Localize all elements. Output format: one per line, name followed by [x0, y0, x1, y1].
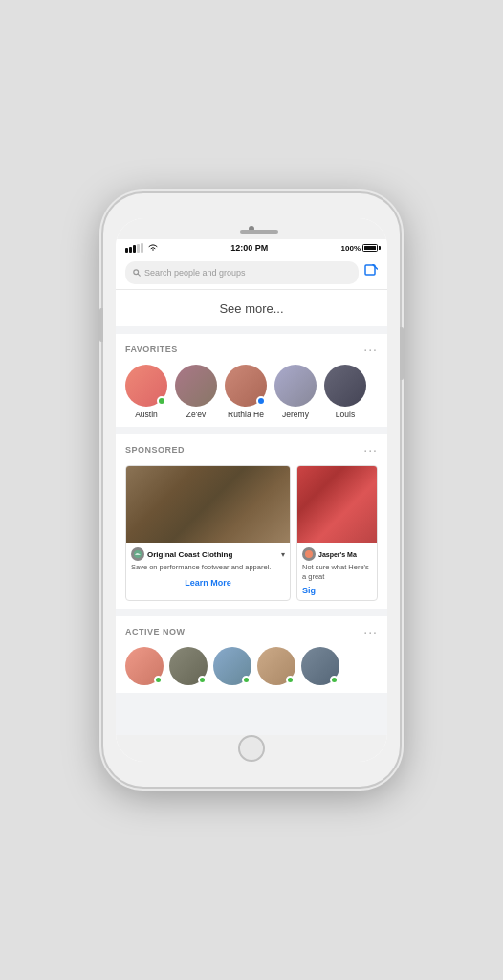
ad-brand-row: Original Coast Clothing ▾ — [131, 547, 285, 561]
contact-name: Ruthia He — [228, 410, 264, 419]
search-bar[interactable]: Search people and groups — [125, 261, 359, 284]
speaker — [240, 230, 278, 234]
phone-screen: 12:00 PM 100% Search people and groups — [116, 218, 387, 762]
contact-name: Austin — [135, 410, 158, 419]
list-item[interactable]: Jeremy — [274, 365, 317, 419]
active-user[interactable] — [257, 647, 295, 685]
ad-description: Save on performance footwear and apparel… — [131, 563, 285, 572]
food-image — [297, 466, 377, 543]
sponsored-section: SPONSORED ··· — [116, 434, 387, 609]
list-item[interactable]: Ze'ev — [175, 365, 217, 419]
ad-brand-row-2: Jasper's Ma — [302, 547, 372, 561]
avatar — [324, 365, 366, 407]
avatar-wrap — [324, 365, 366, 407]
ad-description-2: Not sure what Here's a great — [302, 563, 372, 582]
favorites-header: FAVORITES ··· — [125, 342, 378, 357]
scroll-content: See more... FAVORITES ··· Austin — [116, 290, 387, 735]
active-badge — [286, 676, 295, 684]
sponsored-more[interactable]: ··· — [363, 442, 378, 457]
shoe-image — [126, 466, 290, 543]
online-badge — [157, 396, 166, 406]
phone-frame: 12:00 PM 100% Search people and groups — [103, 193, 400, 787]
chevron-down-icon: ▾ — [281, 550, 285, 559]
brand-name-2: Jasper's Ma — [318, 551, 372, 558]
status-left — [125, 243, 158, 253]
contact-name: Louis — [336, 410, 355, 419]
messenger-badge — [256, 396, 266, 406]
favorites-row: Austin Ze'ev — [125, 365, 378, 419]
sponsored-header: SPONSORED ··· — [125, 442, 378, 457]
favorites-section: FAVORITES ··· Austin — [116, 334, 387, 427]
status-right: 100% — [341, 244, 378, 253]
sponsored-title: SPONSORED — [125, 445, 185, 455]
wifi-icon — [148, 243, 158, 253]
svg-point-5 — [305, 550, 313, 558]
favorites-more[interactable]: ··· — [363, 342, 378, 357]
svg-line-1 — [138, 274, 140, 276]
active-now-row — [125, 647, 378, 685]
active-badge — [330, 676, 339, 684]
ad-card[interactable]: Original Coast Clothing ▾ Save on perfor… — [125, 465, 291, 601]
search-bar-row: Search people and groups — [116, 256, 387, 290]
battery-icon — [362, 244, 378, 252]
ad-image — [126, 466, 290, 543]
status-time: 12:00 PM — [230, 243, 268, 253]
sponsored-cards: Original Coast Clothing ▾ Save on perfor… — [125, 465, 378, 601]
active-badge — [198, 676, 207, 684]
avatar — [175, 365, 217, 407]
phone-top-bar — [116, 218, 387, 239]
see-more-text: See more... — [219, 301, 283, 316]
avatar-wrap — [274, 365, 317, 407]
signal-icon — [125, 243, 143, 253]
ad-card-body-2: Jasper's Ma Not sure what Here's a great… — [297, 543, 377, 600]
active-now-more[interactable]: ··· — [363, 624, 378, 639]
avatar — [274, 365, 317, 407]
see-more-row[interactable]: See more... — [116, 290, 387, 334]
active-now-section: ACTIVE NOW ··· — [116, 616, 387, 693]
active-badge — [242, 676, 251, 684]
contact-name: Ze'ev — [186, 410, 207, 419]
active-now-header: ACTIVE NOW ··· — [125, 624, 378, 639]
avatar-wrap — [225, 365, 267, 407]
list-item[interactable]: Austin — [125, 365, 167, 419]
search-icon — [133, 269, 141, 277]
home-button[interactable] — [238, 735, 265, 762]
brand-logo — [131, 547, 144, 561]
battery-fill — [364, 246, 376, 250]
contact-name: Jeremy — [282, 410, 309, 419]
list-item[interactable]: Louis — [324, 365, 366, 419]
brand-name: Original Coast Clothing — [147, 550, 278, 559]
active-user[interactable] — [301, 647, 339, 685]
active-user[interactable] — [125, 647, 164, 685]
active-user[interactable] — [169, 647, 208, 685]
battery-percent: 100% — [341, 244, 361, 253]
svg-rect-2 — [365, 265, 375, 275]
active-user[interactable] — [213, 647, 252, 685]
favorites-title: FAVORITES — [125, 345, 178, 354]
avatar-wrap — [125, 365, 167, 407]
ad-card-2[interactable]: Jasper's Ma Not sure what Here's a great… — [296, 465, 378, 601]
search-placeholder: Search people and groups — [144, 268, 246, 278]
status-bar: 12:00 PM 100% — [116, 239, 387, 256]
brand-logo-2 — [302, 547, 316, 561]
compose-icon[interactable] — [364, 264, 378, 281]
learn-more-button[interactable]: Learn More — [131, 576, 285, 590]
signup-button[interactable]: Sig — [302, 586, 372, 595]
list-item[interactable]: Ruthia He — [225, 365, 267, 419]
phone-bottom — [116, 735, 387, 762]
ad-image-2 — [297, 466, 377, 543]
active-now-title: ACTIVE NOW — [125, 627, 186, 636]
avatar-wrap — [175, 365, 217, 407]
active-badge — [154, 676, 163, 684]
ad-card-body: Original Coast Clothing ▾ Save on perfor… — [126, 543, 290, 594]
